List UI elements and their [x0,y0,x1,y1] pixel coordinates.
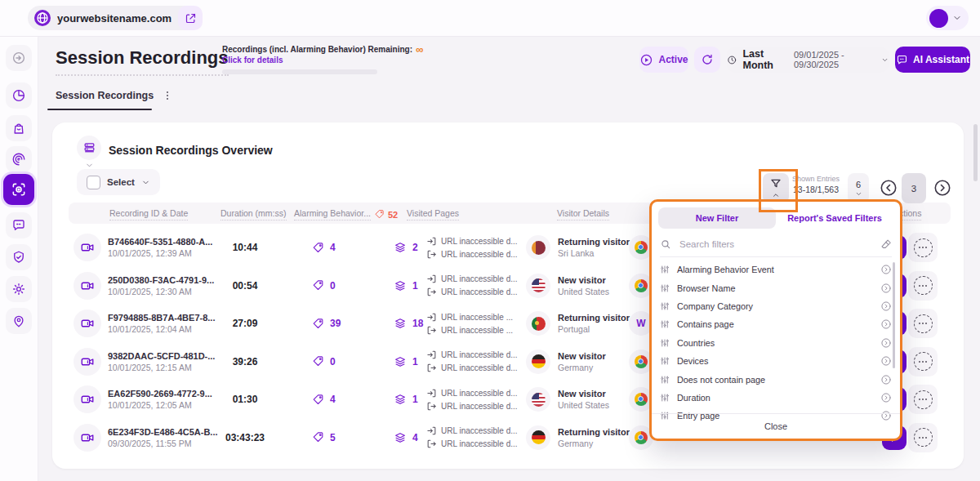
arrow-right-circle-icon[interactable] [880,301,892,312]
filter-item[interactable]: Contains page [660,315,892,333]
flag-sri-lanka-icon [526,235,550,260]
date-range-picker[interactable]: Last Month 09/01/2025 - 09/30/2025 [727,47,889,73]
active-toggle-button[interactable]: Active [639,47,688,73]
filter-search-input[interactable] [678,238,874,250]
kebab-menu-icon[interactable] [162,90,173,101]
sidebar-item-privacy[interactable] [6,244,32,270]
database-icon [82,141,96,155]
col-header-visited-pages[interactable]: Visited Pages [407,208,459,220]
shopping-bag-icon [11,121,26,136]
visitor-type: Returning visitor [558,313,630,323]
select-all-checkbox[interactable] [87,176,100,189]
entry-page-url: URL inaccessible d... [441,350,518,359]
arrow-right-circle-icon[interactable] [880,337,892,349]
row-actions-button[interactable] [908,347,938,376]
col-header-alarming[interactable]: Alarming Behavior... 52 [294,208,398,220]
layers-icon [394,241,407,254]
duration-value: 00:54 [216,267,274,305]
filter-item[interactable]: Countries [660,334,892,352]
entry-page-icon [426,350,437,360]
refresh-button[interactable] [694,47,720,73]
overview-title: Session Recordings Overview [109,144,273,157]
sliders-icon [660,283,670,293]
sidebar-item-funnels[interactable] [6,146,32,172]
duration-value: 39:26 [216,343,274,381]
recording-id: B746640F-5351-4880-A... [108,237,212,247]
duration-value: 27:09 [216,305,274,342]
page-scrollbar[interactable] [973,124,978,181]
account-menu[interactable] [926,6,969,30]
chevron-down-icon [141,178,150,187]
sliders-icon [660,265,670,274]
sidebar-item-session-recordings[interactable] [3,174,34,205]
arrow-right-circle-icon[interactable] [880,392,892,403]
flag-germany-icon [526,425,550,450]
tag-icon [312,394,324,406]
row-actions-button[interactable] [908,271,938,301]
overview-collapse-button[interactable] [77,136,101,160]
filter-list-scrollbar[interactable] [893,262,895,368]
col-header-recording-id[interactable]: Recording ID & Date [109,208,188,220]
entry-page-icon [426,388,437,399]
entry-page-url: URL inaccessible d... [441,389,518,398]
filter-list: Alarming Behavior Event Browser Name Com… [660,261,892,425]
tab-new-filter[interactable]: New Filter [658,207,776,229]
remaining-progress-bar [222,69,377,74]
eraser-icon[interactable] [880,238,892,250]
col-header-visitor-details[interactable]: Visitor Details [557,208,609,220]
arrow-right-circle-icon[interactable] [880,283,892,294]
alarming-count: 5 [330,432,336,443]
recording-date: 10/01/2025, 12:39 AM [108,248,192,258]
exit-page-url: URL inaccessible ... [441,326,513,335]
previous-page-button[interactable] [879,178,898,198]
recording-date: 10/01/2025, 12:05 AM [108,400,192,410]
filter-item[interactable]: Does not contain page [660,370,892,388]
filter-close-button[interactable]: Close [652,413,900,439]
filter-item[interactable]: Company Category [660,297,892,315]
next-page-button[interactable] [933,178,952,198]
sidebar-item-dashboard[interactable] [6,82,32,109]
visited-pages-count: 18 [412,318,423,329]
row-actions-button[interactable] [908,423,938,452]
recording-date: 10/01/2025, 12:15 AM [108,363,192,372]
row-actions-button[interactable] [908,309,938,338]
col-header-duration[interactable]: Duration (mm:ss) [220,208,287,220]
chat-icon [11,218,26,233]
website-selector[interactable]: yourwebsitename.com [28,6,201,30]
exit-page-url: URL inaccessible d... [441,287,518,296]
arrow-right-circle-icon[interactable] [880,318,892,330]
filter-item[interactable]: Browser Name [660,278,892,296]
exit-page-icon [426,249,437,260]
sidebar-collapse-button[interactable] [6,45,32,71]
ai-assistant-button[interactable]: AI Assistant [895,47,970,73]
sidebar-item-location[interactable] [6,308,32,334]
entry-page-url: URL inaccessible ... [441,313,513,322]
flag-united-states-icon [526,387,550,412]
pie-chart-icon [11,88,26,103]
sidebar-item-feedback[interactable] [6,212,32,238]
arrow-right-circle-icon[interactable] [880,374,892,385]
exit-page-url: URL inaccessible d... [441,250,518,259]
filter-item[interactable]: Alarming Behavior Event [660,261,892,278]
entry-page-url: URL inaccessible d... [441,237,518,246]
sidebar-item-settings[interactable] [6,276,32,302]
tab-session-recordings[interactable]: Session Recordings [47,87,181,105]
top-bar: yourwebsitename.com [0,0,980,37]
visitor-country: Germany [558,439,630,448]
arrow-right-circle-icon[interactable] [880,355,892,367]
row-actions-button[interactable] [908,385,938,414]
select-dropdown[interactable]: Select [77,169,160,195]
filter-item[interactable]: Devices [660,352,892,370]
row-actions-button[interactable] [908,233,938,262]
filter-item[interactable]: Duration [660,389,892,407]
flag-germany-icon [526,350,550,374]
tab-saved-filters[interactable]: Report's Saved Filters [776,207,893,229]
spiral-icon [11,152,26,167]
duration-value: 03:43:23 [216,419,274,457]
shown-entries: Shown Entries 13-18/1,563 [789,175,843,194]
open-website-button[interactable] [178,6,203,30]
arrow-right-circle-icon[interactable] [880,264,892,275]
sidebar-item-shop[interactable] [6,115,32,141]
visitor-country: United States [558,287,609,296]
click-for-details-link[interactable]: Click for details [222,56,423,65]
